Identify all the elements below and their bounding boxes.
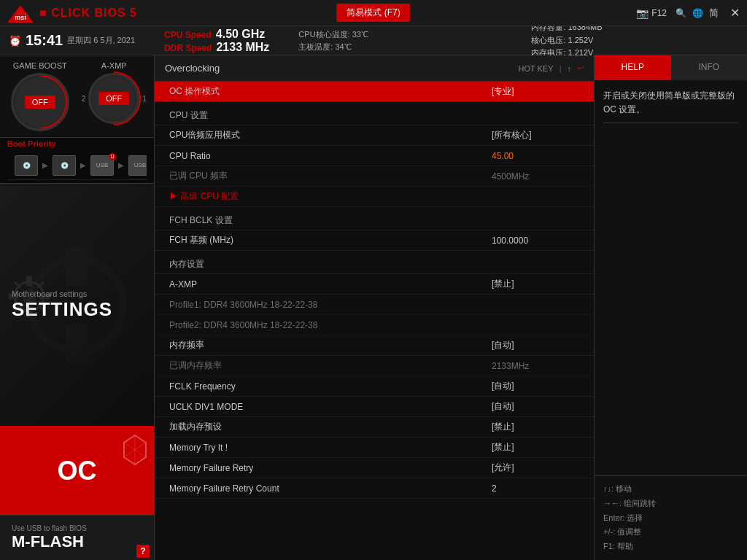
logo-area: msi ■ CLICK BIOS 5 <box>7 5 137 21</box>
settings-section[interactable]: Motherboard settings SETTINGS <box>0 184 154 427</box>
oc-row-name: Memory Try It ! <box>169 443 492 453</box>
time-display: 15:41 <box>26 32 63 49</box>
oc-row[interactable]: CPU Ratio 45.00 <box>155 146 594 166</box>
oc-row-value: 45.00 <box>492 151 579 161</box>
hotkey-back-icon[interactable]: ↩ <box>577 63 584 73</box>
bios-title: ■ CLICK BIOS 5 <box>39 7 137 20</box>
ddr-speed-value: 2133 MHz <box>216 41 269 54</box>
simple-mode-button[interactable]: 简易模式 (F7) <box>336 4 410 22</box>
oc-row[interactable]: Profile1: DDR4 3600MHz 18-22-22-38 <box>155 295 594 315</box>
game-boost-section: GAME BOOST OFF A-XMP 2 OFF 1 ? <box>0 55 154 138</box>
oc-row-value: [禁止] <box>492 421 579 433</box>
boot-device-hdd[interactable]: 💿 <box>15 155 38 176</box>
oc-table[interactable]: OC 操作模式 [专业] CPU 设置 CPU倍频应用模式 [所有核心] CPU… <box>155 82 594 560</box>
oc-row[interactable]: Memory Try It ! [禁止] <box>155 438 594 458</box>
globe-icon[interactable]: 🌐 <box>692 8 703 18</box>
oc-row[interactable]: FCLK Frequency [自动] <box>155 376 594 397</box>
help-content: 开启或关闭使用简单版或完整版的 OC 设置。 <box>595 80 747 475</box>
oc-row-value: [自动] <box>492 339 579 351</box>
oc-row[interactable]: 已调内存频率 2133MHz <box>155 356 594 376</box>
left-sidebar: GAME BOOST OFF A-XMP 2 OFF 1 ? Boot Prio… <box>0 55 155 560</box>
oc-section[interactable]: OC <box>0 427 154 515</box>
oc-row[interactable]: OC 操作模式 [专业] <box>155 82 594 102</box>
info-tab[interactable]: INFO <box>671 55 748 80</box>
date-display: 星期四 6 5月, 2021 <box>67 35 135 46</box>
game-boost-label: GAME BOOST <box>13 61 67 70</box>
axmp-dial[interactable]: OFF <box>88 73 139 124</box>
ddr-speed-label: DDR Speed <box>164 43 212 53</box>
boot-device-cd[interactable]: 💿 <box>53 155 76 176</box>
oc-row-value: 4500MHz <box>492 171 579 182</box>
game-boost-dial[interactable]: OFF <box>11 73 69 131</box>
nav-hint-item: F1: 帮助 <box>603 540 738 554</box>
nav-hint-item: +/-: 值调整 <box>603 525 738 540</box>
info-bar: ⏰ 15:41 星期四 6 5月, 2021 CPU Speed 4.50 GH… <box>0 26 747 55</box>
cpu-temp: CPU核心温度: 33℃ <box>298 28 368 41</box>
oc-row-name: 加载内存预设 <box>169 421 492 433</box>
svg-rect-3 <box>26 276 32 287</box>
oc-row[interactable]: 加载内存预设 [禁止] <box>155 417 594 438</box>
axmp-num-2: 2 <box>82 95 86 103</box>
boot-device-usb2-icon: U USB <box>128 155 147 176</box>
oc-row-name: FCH 基频 (MHz) <box>169 234 492 246</box>
oc-row-name: Memory Failure Retry <box>169 463 492 473</box>
oc-row[interactable]: FCH BCLK 设置 <box>155 207 594 230</box>
oc-row-name: A-XMP <box>169 279 492 289</box>
svg-rect-6 <box>39 294 50 300</box>
oc-row-name: 内存频率 <box>169 339 492 351</box>
boot-device-usb1[interactable]: U USB <box>90 155 114 176</box>
axmp-num-1: 1 <box>142 95 147 103</box>
oc-row[interactable]: Memory Failure Retry Count 2 <box>155 478 594 499</box>
oc-row[interactable]: Profile2: DDR4 3600MHz 18-22-22-38 <box>155 315 594 335</box>
oc-row-name: OC 操作模式 <box>169 85 492 98</box>
game-boost-off-button[interactable]: OFF <box>25 96 55 109</box>
lang-label[interactable]: 简 <box>709 7 719 20</box>
svg-point-11 <box>22 289 36 304</box>
oc-row[interactable]: 内存频率 [自动] <box>155 335 594 356</box>
oc-row-value: [允许] <box>492 462 579 474</box>
hotkey-label: HOT KEY <box>519 64 554 73</box>
oc-row-value: 100.0000 <box>492 236 579 246</box>
help-question-button[interactable]: ? <box>136 545 150 558</box>
oc-row[interactable]: ▶ 高级 CPU 配置 <box>155 187 594 207</box>
right-panel: HELP INFO 开启或关闭使用简单版或完整版的 OC 设置。 ↑↓: 移动→… <box>594 55 747 560</box>
oc-row[interactable]: FCH 基频 (MHz) 100.0000 <box>155 230 594 251</box>
nav-hint-item: ↑↓: 移动 <box>603 482 738 497</box>
nav-hint: ↑↓: 移动→←: 组间跳转Enter: 选择+/-: 值调整F1: 帮助 <box>595 475 747 560</box>
axmp-label: A-XMP <box>101 61 127 70</box>
mflash-title: M-FLASH <box>12 532 142 551</box>
oc-row[interactable]: CPU倍频应用模式 [所有核心] <box>155 125 594 146</box>
boot-arrow-3: ▶ <box>118 161 124 169</box>
oc-row-name: FCLK Frequency <box>169 381 492 392</box>
oc-row-value: [禁止] <box>492 441 579 454</box>
search-icon[interactable]: 🔍 <box>676 8 686 18</box>
help-tab[interactable]: HELP <box>595 55 671 80</box>
oc-row[interactable]: CPU 设置 <box>155 102 594 125</box>
mflash-section[interactable]: Use USB to flash BIOS M-FLASH <box>0 515 154 560</box>
mflash-sub-label: Use USB to flash BIOS <box>12 524 142 532</box>
help-info-tabs: HELP INFO <box>595 55 747 80</box>
svg-rect-4 <box>26 307 32 317</box>
svg-rect-5 <box>9 294 19 300</box>
hotkey-area: HOT KEY | ↑ ↩ <box>519 63 584 73</box>
boot-device-usb2[interactable]: U USB <box>128 155 147 176</box>
close-button[interactable]: ✕ <box>730 6 740 20</box>
clock-area: ⏰ 15:41 星期四 6 5月, 2021 <box>9 32 135 49</box>
boot-priority-section: Boot Priority 💿 ▶ 💿 ▶ U USB <box>0 138 154 184</box>
svg-text:msi: msi <box>15 14 26 21</box>
axmp-off-button[interactable]: OFF <box>98 92 129 105</box>
boot-device-usb1-icon: U USB <box>90 155 114 176</box>
oc-row[interactable]: Memory Failure Retry [允许] <box>155 458 594 478</box>
oc-row[interactable]: UCLK DIV1 MODE [自动] <box>155 397 594 417</box>
core-volt-label: 核心电压: 1.252V <box>531 34 738 47</box>
oc-row[interactable]: 已调 CPU 频率 4500MHz <box>155 166 594 187</box>
boot-arrow-2: ▶ <box>80 161 86 169</box>
clock-icon: ⏰ <box>9 35 21 47</box>
oc-row[interactable]: 内存设置 <box>155 251 594 274</box>
mb-temp: 主板温度: 34℃ <box>298 41 368 53</box>
f12-button[interactable]: 📷 F12 <box>636 7 667 19</box>
top-bar: msi ■ CLICK BIOS 5 简易模式 (F7) 📷 F12 🔍 🌐 简… <box>0 0 747 26</box>
oc-row-name: Profile2: DDR4 3600MHz 18-22-22-38 <box>169 320 492 330</box>
oc-row[interactable]: A-XMP [禁止] <box>155 274 594 295</box>
oc-row-value: [自动] <box>492 380 579 392</box>
